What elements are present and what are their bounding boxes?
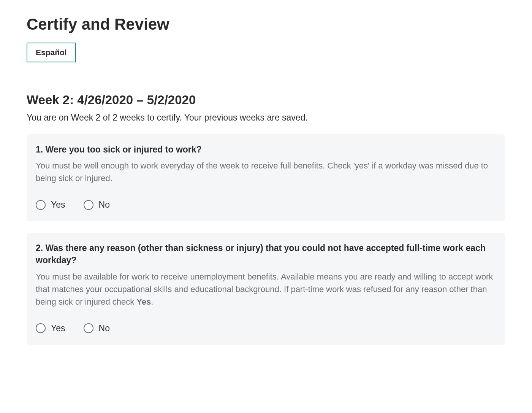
question-2-help-end: . (151, 297, 153, 307)
question-2-number: 2. (36, 243, 43, 253)
radio-icon (36, 323, 46, 333)
question-2-no-option[interactable]: No (84, 323, 110, 334)
week-heading: Week 2: 4/26/2020 – 5/2/2020 (27, 93, 505, 107)
question-2-help-bold: Yes (136, 297, 151, 307)
page-title: Certify and Review (27, 15, 505, 33)
question-2-text-suffix: ? (71, 255, 76, 265)
week-subtext: You are on Week 2 of 2 weeks to certify.… (27, 113, 505, 123)
question-2-text-prefix: Was there any reason (other than sicknes… (46, 243, 466, 253)
question-1-yes-option[interactable]: Yes (36, 200, 65, 210)
question-2-help-text: You must be available for work to receiv… (36, 272, 493, 307)
language-toggle-button[interactable]: Español (27, 43, 76, 62)
question-card-1: 1. Were you too sick or injured to work?… (27, 134, 505, 221)
question-2-options: Yes No (36, 323, 496, 334)
question-card-2: 2. Was there any reason (other than sick… (27, 233, 505, 345)
radio-icon (84, 200, 93, 210)
question-2-yes-label: Yes (51, 323, 65, 334)
question-2-no-label: No (99, 323, 110, 334)
question-1-help: You must be well enough to work everyday… (36, 159, 496, 184)
question-1-options: Yes No (36, 200, 496, 210)
question-2-yes-option[interactable]: Yes (36, 323, 65, 334)
question-1-yes-label: Yes (51, 200, 65, 210)
radio-icon (84, 323, 93, 333)
question-1-no-label: No (99, 200, 110, 210)
question-1-number: 1. (36, 145, 43, 154)
question-2-help: You must be available for work to receiv… (36, 270, 496, 308)
question-1-title: 1. Were you too sick or injured to work? (36, 143, 496, 156)
radio-icon (36, 200, 46, 210)
question-2-title: 2. Was there any reason (other than sick… (36, 242, 496, 266)
question-1-text: Were you too sick or injured to work? (46, 145, 202, 154)
question-1-no-option[interactable]: No (84, 200, 110, 210)
